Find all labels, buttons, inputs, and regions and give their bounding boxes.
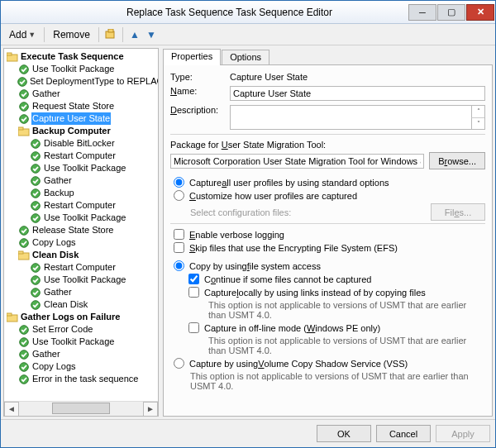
tree-item[interactable]: Use Toolkit Package <box>6 63 158 75</box>
tree-item[interactable]: Restart Computer <box>6 199 158 212</box>
tree-label: Restart Computer <box>43 150 117 162</box>
desc-up-icon[interactable]: ˄ <box>471 106 484 118</box>
tree-label: Restart Computer <box>43 199 117 212</box>
package-input[interactable] <box>170 154 424 169</box>
new-group-icon[interactable] <box>104 28 117 41</box>
type-value: Capture User State <box>230 72 308 82</box>
ok-button[interactable]: OK <box>317 425 371 442</box>
check-icon <box>29 212 41 223</box>
tree-label: Set DeploymentType to REPLACE <box>29 75 158 88</box>
tree-item[interactable]: Error in the task sequence <box>6 373 158 385</box>
tree-group[interactable]: Clean Disk <box>6 249 158 261</box>
cancel-button[interactable]: Cancel <box>376 425 431 442</box>
check-icon <box>17 336 30 347</box>
maximize-button[interactable]: ▢ <box>437 4 465 21</box>
chk-continue[interactable]: Continue if some files cannot be capture… <box>188 274 485 284</box>
scroll-left-icon[interactable]: ◄ <box>4 402 19 417</box>
tree-item[interactable]: Gather <box>6 88 158 100</box>
tree-label: Copy Logs <box>31 360 77 373</box>
check-icon <box>29 262 41 273</box>
tree-item[interactable]: Use Toolkit Package <box>6 212 158 224</box>
tree-item[interactable]: Release State Store <box>6 224 158 236</box>
properties-panel: Type: Capture User State Name: Descripti… <box>163 64 493 417</box>
svg-rect-21 <box>18 251 23 254</box>
package-label: Package for User State Migration Tool: <box>170 140 485 150</box>
close-button[interactable]: ✕ <box>466 4 494 21</box>
tree-label: Execute Task Sequence <box>20 50 125 63</box>
note-links: This option is not applicable to version… <box>208 300 485 320</box>
dialog-footer: OK Cancel Apply <box>1 419 495 447</box>
tree-item[interactable]: Gather <box>6 174 158 187</box>
tree-label: Gather <box>43 174 73 187</box>
scroll-right-icon[interactable]: ► <box>143 402 158 417</box>
desc-down-icon[interactable]: ˅ <box>471 118 484 130</box>
chk-local-links[interactable]: Capture locally by using links instead o… <box>188 287 485 298</box>
tree-label: Use Toolkit Package <box>31 63 115 75</box>
browse-button[interactable]: Browse... <box>429 152 485 169</box>
tree-label: Set Error Code <box>31 323 93 336</box>
check-icon <box>17 361 30 372</box>
tree-item[interactable]: Backup <box>6 187 158 199</box>
check-icon <box>17 88 30 99</box>
tree-item[interactable]: Copy Logs <box>6 360 158 373</box>
scroll-thumb[interactable] <box>52 403 110 414</box>
tree-item[interactable]: Disable BitLocker <box>6 137 158 150</box>
tree-label: Clean Disk <box>43 298 88 311</box>
check-icon <box>17 349 30 360</box>
tree-item[interactable]: Gather <box>6 286 158 298</box>
tab-properties[interactable]: Properties <box>163 49 221 65</box>
tree-item[interactable]: Capture User State <box>6 112 158 125</box>
minimize-button[interactable]: ─ <box>408 4 436 21</box>
titlebar[interactable]: Replace Task Sequence Task Sequence Edit… <box>1 1 495 24</box>
chk-verbose[interactable]: Enable verbose logging <box>174 229 485 240</box>
tree-item[interactable]: Restart Computer <box>6 150 158 162</box>
description-input[interactable]: ˄˅ <box>230 105 485 130</box>
tree-item[interactable]: Set Error Code <box>6 323 158 336</box>
opt-customize[interactable]: Customize how user profiles are captured <box>174 190 485 201</box>
tree-hscrollbar[interactable]: ◄ ► <box>4 401 158 416</box>
tree-item[interactable]: Request State Store <box>6 100 158 112</box>
check-icon <box>17 374 30 384</box>
tree-label: Gather Logs on Failure <box>20 311 121 323</box>
tree-label: Clean Disk <box>31 249 79 261</box>
tree-item[interactable]: Use Toolkit Package <box>6 336 158 348</box>
mode-filesystem[interactable]: Copy by using file system access <box>174 260 485 271</box>
chk-offline[interactable]: Capture in off-line mode (Windows PE onl… <box>188 322 485 333</box>
tree-group[interactable]: Gather Logs on Failure <box>6 311 158 323</box>
check-icon <box>17 237 30 248</box>
tree-group[interactable]: Execute Task Sequence <box>6 50 158 63</box>
check-icon <box>29 138 41 149</box>
tree-item[interactable]: Set DeploymentType to REPLACE <box>6 75 158 88</box>
check-icon <box>29 175 41 186</box>
folder-icon <box>17 126 30 136</box>
editor-window: Replace Task Sequence Task Sequence Edit… <box>0 0 496 448</box>
tree-group[interactable]: Backup Computer <box>6 125 158 137</box>
apply-button: Apply <box>436 425 490 442</box>
chk-skip-efs[interactable]: Skip files that use the Encrypting File … <box>174 242 485 253</box>
check-icon <box>17 76 27 87</box>
tree-item[interactable]: Use Toolkit Package <box>6 162 158 174</box>
tree-item[interactable]: Copy Logs <box>6 236 158 249</box>
move-up-icon[interactable]: ▲ <box>128 28 141 41</box>
svg-rect-1 <box>108 29 113 32</box>
tree-item[interactable]: Clean Disk <box>6 298 158 311</box>
tree-label: Release State Store <box>31 224 114 236</box>
task-tree[interactable]: Execute Task SequenceUse Toolkit Package… <box>3 48 159 417</box>
remove-button[interactable]: Remove <box>48 27 95 42</box>
opt-standard[interactable]: Capture all user profiles by using stand… <box>174 177 485 188</box>
tree-item[interactable]: Use Toolkit Package <box>6 274 158 286</box>
tree-label: Backup Computer <box>31 125 112 137</box>
folder-icon <box>6 51 18 62</box>
name-input[interactable] <box>230 86 485 101</box>
tab-options[interactable]: Options <box>222 50 269 64</box>
move-down-icon[interactable]: ▼ <box>145 28 158 41</box>
check-icon <box>17 113 30 124</box>
mode-vss[interactable]: Capture by using Volume Copy Shadow Serv… <box>174 358 485 369</box>
add-menu[interactable]: Add▼ <box>4 27 41 42</box>
tree-item[interactable]: Gather <box>6 348 158 360</box>
tree-label: Use Toolkit Package <box>43 274 126 286</box>
check-icon <box>17 324 30 335</box>
check-icon <box>29 274 41 285</box>
svg-rect-3 <box>7 53 12 55</box>
tree-item[interactable]: Restart Computer <box>6 261 158 274</box>
